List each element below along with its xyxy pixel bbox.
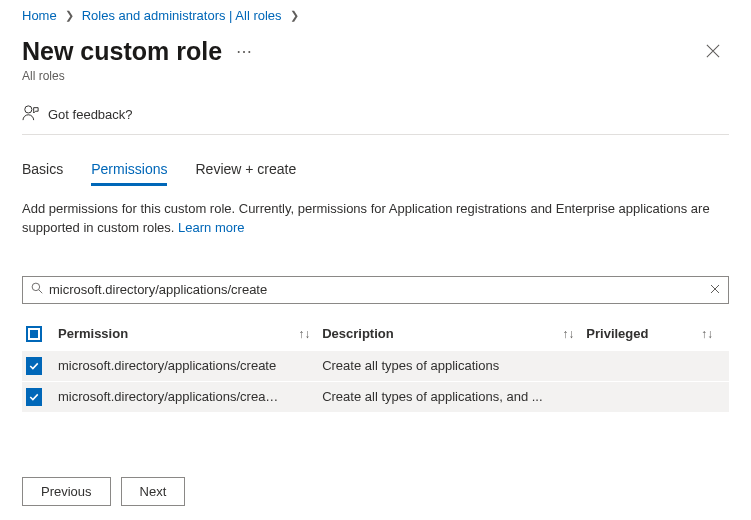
search-box[interactable] xyxy=(22,276,729,304)
row-description: Create all types of applications xyxy=(322,358,550,373)
permissions-table: Permission ↑↓ Description ↑↓ Privileged … xyxy=(22,318,729,412)
next-button[interactable]: Next xyxy=(121,477,186,506)
table-row[interactable]: microsoft.directory/applications/create … xyxy=(22,350,729,381)
tab-basics[interactable]: Basics xyxy=(22,161,63,186)
breadcrumb: Home ❯ Roles and administrators | All ro… xyxy=(22,8,729,23)
row-description: Create all types of applications, and ..… xyxy=(322,389,550,404)
table-header: Permission ↑↓ Description ↑↓ Privileged … xyxy=(22,318,729,350)
previous-button[interactable]: Previous xyxy=(22,477,111,506)
feedback-link[interactable]: Got feedback? xyxy=(48,107,133,122)
chevron-right-icon: ❯ xyxy=(290,9,299,22)
sort-icon[interactable]: ↑↓ xyxy=(689,327,725,341)
close-icon xyxy=(706,44,720,58)
row-checkbox[interactable] xyxy=(26,358,42,374)
feedback-icon xyxy=(22,105,40,124)
row-permission: microsoft.directory/applications/createA… xyxy=(58,389,286,404)
svg-line-1 xyxy=(39,290,42,293)
tabs: Basics Permissions Review + create xyxy=(22,161,729,186)
breadcrumb-roles[interactable]: Roles and administrators | All roles xyxy=(82,8,282,23)
row-permission: microsoft.directory/applications/create xyxy=(58,358,286,373)
sort-icon[interactable]: ↑↓ xyxy=(550,327,586,341)
breadcrumb-home[interactable]: Home xyxy=(22,8,57,23)
chevron-right-icon: ❯ xyxy=(65,9,74,22)
column-permission[interactable]: Permission xyxy=(58,326,286,341)
page-title: New custom role xyxy=(22,37,222,66)
tab-review[interactable]: Review + create xyxy=(195,161,296,186)
select-all-checkbox[interactable] xyxy=(26,326,42,342)
clear-search-button[interactable] xyxy=(708,280,722,299)
close-icon xyxy=(710,284,720,294)
learn-more-link[interactable]: Learn more xyxy=(178,220,244,235)
row-checkbox[interactable] xyxy=(26,389,42,405)
tab-permissions[interactable]: Permissions xyxy=(91,161,167,186)
column-privileged[interactable]: Privileged xyxy=(586,326,689,341)
column-description[interactable]: Description xyxy=(322,326,550,341)
search-input[interactable] xyxy=(49,282,702,297)
tab-description: Add permissions for this custom role. Cu… xyxy=(22,200,729,238)
sort-icon[interactable]: ↑↓ xyxy=(286,327,322,341)
table-row[interactable]: microsoft.directory/applications/createA… xyxy=(22,381,729,412)
close-button[interactable] xyxy=(697,35,729,67)
search-icon xyxy=(31,282,43,297)
more-button[interactable]: ⋯ xyxy=(232,42,256,61)
page-subtitle: All roles xyxy=(22,69,729,83)
svg-point-0 xyxy=(32,283,40,291)
